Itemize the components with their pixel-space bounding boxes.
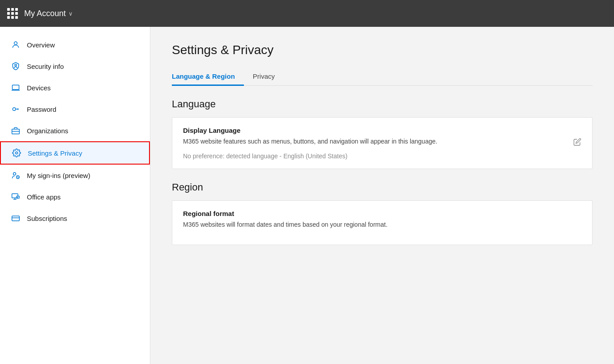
sidebar-label-subscriptions: Subscriptions xyxy=(27,215,67,222)
svg-point-1 xyxy=(15,64,17,66)
sidebar-label-password: Password xyxy=(27,106,56,113)
person-clock-icon xyxy=(11,171,21,180)
svg-rect-11 xyxy=(12,216,20,221)
svg-point-7 xyxy=(13,173,16,175)
main-content: Settings & Privacy Language & Region Pri… xyxy=(150,27,614,364)
sidebar-label-my-sign-ins: My sign-ins (preview) xyxy=(27,172,90,179)
sidebar-item-devices[interactable]: Devices xyxy=(0,77,150,98)
svg-point-0 xyxy=(14,42,17,45)
briefcase-icon xyxy=(11,126,21,135)
sidebar: Overview Security info Devices Password xyxy=(0,27,150,364)
sidebar-label-overview: Overview xyxy=(27,41,55,49)
person-icon xyxy=(11,40,21,49)
gear-icon xyxy=(12,148,21,157)
sidebar-label-organizations: Organizations xyxy=(27,127,68,135)
region-section-title: Region xyxy=(172,182,593,193)
language-section-title: Language xyxy=(172,98,593,110)
waffle-menu[interactable] xyxy=(7,8,18,19)
svg-point-6 xyxy=(16,152,18,154)
app-title[interactable]: My Account ∨ xyxy=(24,9,73,18)
sidebar-item-security-info[interactable]: Security info xyxy=(0,55,150,77)
regional-format-title: Regional format xyxy=(183,210,581,217)
svg-rect-2 xyxy=(13,85,19,89)
shield-person-icon xyxy=(11,62,21,71)
sidebar-item-overview[interactable]: Overview xyxy=(0,34,150,55)
monitor-icon xyxy=(11,192,21,201)
app-header: My Account ∨ xyxy=(0,0,614,27)
display-language-card: Display Language M365 website features s… xyxy=(172,117,593,169)
sidebar-item-my-sign-ins[interactable]: My sign-ins (preview) xyxy=(0,165,150,186)
laptop-icon xyxy=(11,83,21,92)
display-language-title: Display Language xyxy=(183,127,581,134)
sidebar-item-settings-privacy[interactable]: Settings & Privacy xyxy=(0,141,150,165)
sidebar-label-settings-privacy: Settings & Privacy xyxy=(28,149,82,157)
key-icon xyxy=(11,105,21,114)
settings-tabs: Language & Region Privacy xyxy=(172,68,593,86)
app-title-text: My Account xyxy=(24,9,66,18)
regional-format-card: Regional format M365 websites will forma… xyxy=(172,200,593,245)
tab-language-region[interactable]: Language & Region xyxy=(172,68,244,86)
card-icon xyxy=(11,214,21,223)
display-language-value: No preference: detected language - Engli… xyxy=(183,152,581,160)
chevron-down-icon: ∨ xyxy=(68,10,73,17)
display-language-description: M365 website features such as menus, but… xyxy=(183,137,581,146)
sidebar-item-subscriptions[interactable]: Subscriptions xyxy=(0,207,150,229)
sidebar-item-office-apps[interactable]: Office apps xyxy=(0,186,150,207)
sidebar-label-office-apps: Office apps xyxy=(27,193,61,201)
regional-format-description: M365 websites will format dates and time… xyxy=(183,220,581,229)
sidebar-label-devices: Devices xyxy=(27,84,51,92)
tab-privacy[interactable]: Privacy xyxy=(244,68,284,86)
page-title: Settings & Privacy xyxy=(172,43,593,57)
svg-point-3 xyxy=(13,108,16,111)
display-language-edit-button[interactable] xyxy=(571,136,583,150)
sidebar-label-security-info: Security info xyxy=(27,63,64,70)
sidebar-item-password[interactable]: Password xyxy=(0,98,150,120)
sidebar-item-organizations[interactable]: Organizations xyxy=(0,120,150,141)
